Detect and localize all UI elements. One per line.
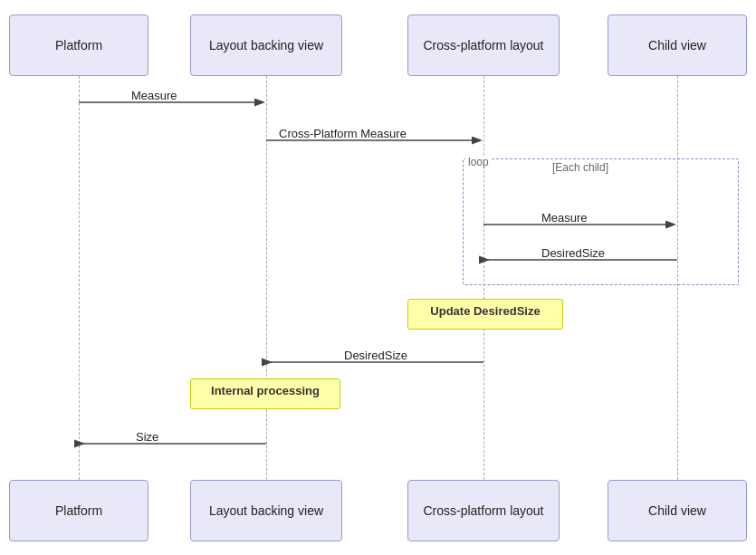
actor-cross-platform-top: Cross-platform layout — [407, 14, 560, 76]
internal-processing-box: Internal processing — [190, 378, 340, 409]
msg-size: Size — [136, 430, 158, 444]
loop-frame — [463, 158, 739, 285]
actor-platform-top: Platform — [9, 14, 148, 76]
loop-label: loop — [465, 156, 492, 168]
msg-measure2: Measure — [541, 211, 588, 225]
lifeline-platform — [79, 76, 80, 480]
msg-desired-size1: DesiredSize — [541, 246, 605, 260]
update-desired-size-box: Update DesiredSize — [407, 299, 563, 330]
sequence-diagram: loop [Each child] Platform Layout backin… — [0, 0, 756, 555]
actor-layout-backing-top: Layout backing view — [190, 14, 342, 76]
msg-cross-platform-measure: Cross-Platform Measure — [279, 127, 407, 140]
lifeline-layout-backing — [266, 76, 267, 480]
msg-desired-size2: DesiredSize — [344, 349, 407, 362]
loop-condition: [Each child] — [552, 161, 608, 174]
actor-cross-platform-bottom: Cross-platform layout — [407, 480, 560, 541]
actor-child-view-top: Child view — [608, 14, 747, 76]
actor-child-view-bottom: Child view — [608, 480, 747, 541]
actor-platform-bottom: Platform — [9, 480, 148, 541]
msg-measure1: Measure — [131, 89, 177, 102]
actor-layout-backing-bottom: Layout backing view — [190, 480, 342, 541]
